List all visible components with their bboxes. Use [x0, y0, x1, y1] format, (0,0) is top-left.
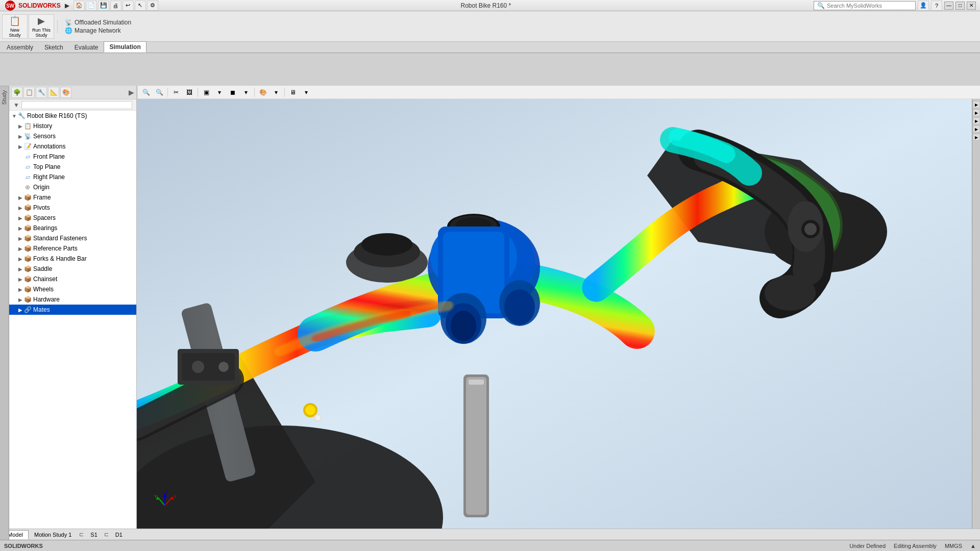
sensors-expand-icon[interactable]: ▶ — [17, 133, 23, 139]
ref-parts-expand-icon[interactable]: ▶ — [17, 245, 23, 252]
tree-item-annotations[interactable]: ▶ 📝 Annotations — [9, 141, 136, 152]
display-style-btn[interactable]: ▣ — [200, 87, 212, 98]
home-btn[interactable]: 🏠 — [74, 1, 85, 11]
tab-motion-study[interactable]: Motion Study 1 — [29, 530, 77, 539]
tree-item-sensors[interactable]: ▶ 📡 Sensors — [9, 131, 136, 141]
section-view-btn[interactable]: ✂ — [170, 87, 182, 98]
viewport-drop[interactable]: ▾ — [300, 87, 312, 98]
tree-item-origin[interactable]: ▶ ⊕ Origin — [9, 182, 136, 192]
tree-filter-input[interactable] — [21, 101, 132, 109]
manage-network-btn[interactable]: 🌐 Manage Network — [65, 27, 131, 34]
forks-label: Forks & Handle Bar — [33, 255, 87, 262]
tree-item-bearings[interactable]: ▶ 📦 Bearings — [9, 223, 136, 233]
hardware-expand-icon[interactable]: ▶ — [17, 296, 23, 303]
chainset-expand-icon[interactable]: ▶ — [17, 276, 23, 282]
expand-icon[interactable]: ▲ — [970, 543, 976, 549]
status-bar-left: SOLIDWORKS — [4, 543, 43, 549]
main-viewport[interactable]: X Y Z — [137, 99, 972, 529]
saddle-expand-icon[interactable]: ▶ — [17, 266, 23, 272]
wheels-icon: 📦 — [23, 285, 32, 293]
options-btn[interactable]: ⚙ — [147, 1, 158, 11]
wheels-label: Wheels — [33, 286, 54, 293]
tree-item-history[interactable]: ▶ 📋 History — [9, 121, 136, 131]
tree-item-forks[interactable]: ▶ 📦 Forks & Handle Bar — [9, 254, 136, 264]
tree-item-top-plane[interactable]: ▶ ▱ Top Plane — [9, 162, 136, 172]
mates-expand-icon[interactable]: ▶ — [17, 307, 23, 313]
run-study-btn[interactable]: ▶ Run This Study — [29, 14, 54, 39]
filter-icon[interactable]: ▼ — [13, 102, 19, 109]
new-study-btn[interactable]: 📋 New Study — [2, 14, 28, 39]
right-vert-btn-2[interactable]: ▶ — [973, 109, 980, 116]
tree-item-chainset[interactable]: ▶ 📦 Chainset — [9, 274, 136, 284]
right-vert-btn-5[interactable]: ▶ — [973, 134, 980, 141]
view-orient-btn[interactable]: 🖼 — [183, 87, 195, 98]
search-input[interactable] — [827, 3, 909, 9]
hidden-lines-btn[interactable]: ◼ — [227, 87, 239, 98]
offloaded-btn[interactable]: 📡 Offloaded Simulation — [65, 19, 131, 26]
sw-logo-icon: SW — [4, 0, 16, 12]
tree-item-right-plane[interactable]: ▶ ▱ Right Plane — [9, 172, 136, 182]
tree-item-reference-parts[interactable]: ▶ 📦 Reference Parts — [9, 243, 136, 254]
pivots-expand-icon[interactable]: ▶ — [17, 205, 23, 211]
sensors-icon: 📡 — [23, 132, 32, 140]
zoom-to-fit-btn[interactable]: 🔍 — [140, 87, 152, 98]
new-study-label: New Study — [9, 28, 20, 38]
frame-expand-icon[interactable]: ▶ — [17, 194, 23, 201]
annotations-expand-icon[interactable]: ▶ — [17, 143, 23, 149]
hidden-lines-drop[interactable]: ▾ — [240, 87, 252, 98]
tab-d1[interactable]: D1 — [110, 530, 128, 539]
dim-expert-icon[interactable]: 📐 — [48, 87, 59, 98]
spacers-expand-icon[interactable]: ▶ — [17, 215, 23, 221]
display-mgr-icon[interactable]: 🎨 — [60, 87, 71, 98]
user-icon[interactable]: 👤 — [918, 1, 929, 11]
forks-expand-icon[interactable]: ▶ — [17, 256, 23, 262]
config-mgr-icon[interactable]: 🔧 — [36, 87, 47, 98]
study-vertical-tab[interactable]: Study — [0, 86, 8, 109]
bearings-expand-icon[interactable]: ▶ — [17, 225, 23, 231]
wheels-expand-icon[interactable]: ▶ — [17, 286, 23, 292]
viewport-btn[interactable]: 🖥 — [287, 87, 299, 98]
simulation-options: 📡 Offloaded Simulation 🌐 Manage Network — [61, 18, 135, 35]
tree-item-pivots[interactable]: ▶ 📦 Pivots — [9, 203, 136, 213]
close-btn[interactable]: ✕ — [967, 2, 976, 10]
app-name-label: SOLIDWORKS — [4, 543, 43, 549]
history-expand-icon[interactable]: ▶ — [17, 123, 23, 129]
undo-btn[interactable]: ↩ — [122, 1, 134, 11]
left-panel: 🌳 📋 🔧 📐 🎨 ▶ ▼ ▼ 🔧 Robot Bike R160 (TS) ▶… — [9, 86, 137, 529]
tree-item-root[interactable]: ▼ 🔧 Robot Bike R160 (TS) — [9, 111, 136, 121]
right-vert-btn-1[interactable]: ▶ — [973, 101, 980, 108]
print-btn[interactable]: 🖨 — [110, 1, 121, 11]
new-btn[interactable]: 📄 — [86, 1, 97, 11]
minimize-btn[interactable]: — — [944, 2, 953, 10]
expand-panel-icon[interactable]: ▶ — [129, 88, 134, 96]
tab-s1[interactable]: S1 — [85, 530, 103, 539]
zoom-in-btn[interactable]: 🔍 — [153, 87, 165, 98]
menu-file[interactable]: ▶ — [65, 2, 69, 9]
display-style-drop[interactable]: ▾ — [213, 87, 226, 98]
pointer-btn[interactable]: ↖ — [135, 1, 146, 11]
tab-simulation[interactable]: Simulation — [104, 41, 146, 53]
tab-sketch[interactable]: Sketch — [39, 42, 69, 53]
tab-assembly[interactable]: Assembly — [1, 42, 39, 53]
appearances-btn[interactable]: 🎨 — [257, 87, 269, 98]
right-vert-btn-4[interactable]: ▶ — [973, 126, 980, 133]
property-mgr-icon[interactable]: 📋 — [23, 87, 35, 98]
root-expand-icon[interactable]: ▼ — [11, 113, 17, 119]
tree-item-saddle[interactable]: ▶ 📦 Saddle — [9, 264, 136, 274]
tree-item-front-plane[interactable]: ▶ ▱ Front Plane — [9, 152, 136, 162]
save-btn[interactable]: 💾 — [98, 1, 109, 11]
tree-item-mates[interactable]: ▶ 🔗 Mates — [9, 305, 136, 315]
appearances-drop[interactable]: ▾ — [270, 87, 282, 98]
right-vert-btn-3[interactable]: ▶ — [973, 117, 980, 124]
help-icon[interactable]: ? — [931, 1, 942, 11]
tree-item-wheels[interactable]: ▶ 📦 Wheels — [9, 284, 136, 294]
std-fasteners-expand-icon[interactable]: ▶ — [17, 235, 23, 241]
tree-item-hardware[interactable]: ▶ 📦 Hardware — [9, 294, 136, 305]
tab-evaluate[interactable]: Evaluate — [69, 42, 104, 53]
simulation-toolbar: 📋 New Study ▶ Run This Study 📡 Offloaded… — [0, 11, 980, 42]
tree-item-spacers[interactable]: ▶ 📦 Spacers — [9, 213, 136, 223]
tree-item-standard-fasteners[interactable]: ▶ 📦 Standard Fasteners — [9, 233, 136, 243]
maximize-btn[interactable]: □ — [955, 2, 965, 10]
tree-item-frame[interactable]: ▶ 📦 Frame — [9, 192, 136, 203]
feature-mgr-icon[interactable]: 🌳 — [11, 87, 22, 98]
